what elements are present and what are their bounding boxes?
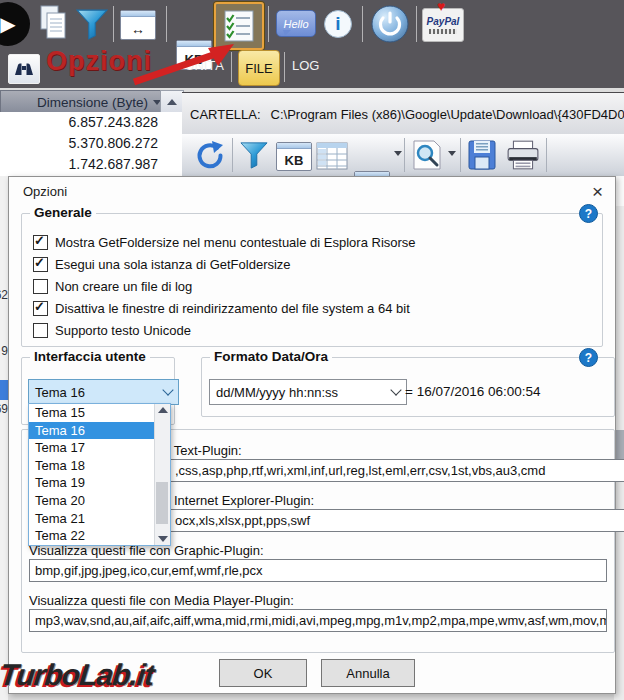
app-window: ▶ ↔ KB [0, 0, 624, 700]
search-button[interactable] [8, 54, 40, 84]
theme-selected-value: Tema 16 [35, 385, 85, 400]
paypal-label: PayPal [427, 16, 460, 27]
clipped-selected-row [0, 380, 8, 400]
cancel-button[interactable]: Annulla [321, 659, 415, 687]
filter-icon[interactable] [76, 8, 108, 40]
dropdown-option[interactable]: Tema 20 [29, 492, 170, 510]
checkbox-row[interactable]: Non creare un file di log [33, 277, 192, 295]
help-icon[interactable]: ? [579, 204, 598, 223]
group-formato-title: Formato Data/Ora [210, 349, 332, 364]
hello-bubble-icon[interactable]: Hello [276, 10, 316, 37]
toolbar-separator [362, 6, 363, 42]
toolbar-separator [404, 138, 405, 172]
dateformat-combobox[interactable]: dd/MM/yyyy hh:nn:ss [209, 379, 407, 405]
clipped-number: 69 [0, 402, 8, 416]
checkbox-label: Mostra GetFoldersize nel menu contestual… [55, 235, 416, 250]
group-generale-title: Generale [30, 205, 96, 220]
dropdown-caret-icon[interactable] [448, 151, 456, 160]
secondary-toolbar: KB ↔ [182, 134, 624, 176]
folder-label: CARTELLA: [190, 107, 261, 122]
refresh-icon[interactable] [194, 140, 224, 170]
annotation-arrow [128, 40, 234, 88]
theme-combobox[interactable]: Tema 16 [28, 379, 179, 405]
filter-icon[interactable] [240, 141, 268, 169]
checkbox[interactable] [33, 301, 48, 316]
dropdown-option[interactable]: Tema 17 [29, 439, 170, 457]
checkbox[interactable] [33, 235, 48, 250]
ok-button[interactable]: OK [219, 659, 307, 687]
size-value[interactable]: 6.857.243.828 [0, 112, 158, 133]
checkbox-label: Disattiva le finestre di reindirizzament… [55, 301, 410, 316]
background-left-sliver: 62 9 69 [0, 176, 8, 700]
theme-dropdown-list: Tema 15 Tema 16 Tema 17 Tema 18 Tema 19 … [28, 403, 171, 546]
width-icon-label: ↔ [131, 21, 145, 37]
toolbar-separator [268, 6, 269, 42]
clipped-number: 9 [1, 344, 8, 358]
checkbox-row[interactable]: Mostra GetFoldersize nel menu contestual… [33, 233, 416, 251]
scrollbar-up-button[interactable] [160, 90, 184, 114]
dropdown-option[interactable]: Tema 15 [29, 404, 170, 422]
checkbox-label: Supporto testo Unicode [55, 323, 191, 338]
tab-separator [284, 52, 285, 82]
column-header-dimensione[interactable]: Dimensione (Byte) [0, 90, 168, 114]
scroll-up-icon[interactable] [158, 402, 168, 413]
chevron-down-icon [390, 384, 401, 395]
close-icon[interactable]: × [592, 182, 603, 201]
checkbox-label: Non creare un file di log [55, 279, 192, 294]
checkbox-row[interactable]: Disattiva le finestre di reindirizzament… [33, 299, 410, 317]
toolbar-separator [232, 138, 233, 172]
kb-units-icon[interactable]: KB [276, 142, 312, 171]
scrollbar-thumb[interactable] [156, 482, 168, 524]
tab-file[interactable]: FILE [238, 50, 280, 86]
binoculars-icon [13, 62, 35, 77]
toolbar-separator [460, 138, 461, 172]
clipped-number: 62 [0, 288, 8, 302]
column-header-label: Dimensione (Byte) [37, 95, 148, 110]
paypal-barcode [429, 29, 457, 34]
dropdown-option[interactable]: Tema 21 [29, 510, 170, 528]
dropdown-option[interactable]: Tema 19 [29, 474, 170, 492]
plugin-field-input[interactable]: bmp,gif,jpg,jpeg,ico,cur,emf,wmf,rle,pcx [29, 559, 607, 582]
toolbar-separator [113, 6, 114, 42]
chevron-down-icon [162, 384, 173, 395]
checkbox-row[interactable]: Supporto testo Unicode [33, 321, 191, 339]
copy-icon[interactable] [38, 4, 68, 40]
checkbox[interactable] [33, 257, 48, 272]
scroll-down-icon[interactable] [158, 536, 168, 547]
dropdown-caret-icon[interactable] [394, 151, 402, 160]
dropdown-option[interactable]: Tema 18 [29, 457, 170, 475]
folder-path: C:\Program Files (x86)\Google\Update\Dow… [271, 107, 624, 122]
scan-start-icon[interactable]: ▶ [0, 2, 30, 46]
tab-file-label: FILE [245, 61, 272, 76]
turbolab-watermark: TurboLab.it [0, 658, 155, 692]
checkbox-row[interactable]: Esegui una sola istanza di GetFoldersize [33, 255, 291, 273]
hello-label: Hello [283, 18, 308, 30]
plugin-field-label: Visualizza questi file con Media Player-… [29, 593, 294, 608]
toolbar-separator [546, 138, 547, 172]
preview-search-icon[interactable] [412, 139, 442, 171]
info-icon[interactable]: i [324, 10, 352, 38]
print-icon[interactable] [506, 140, 540, 170]
heart-icon: ♥ [437, 0, 445, 12]
group-interfaccia-title: Interfaccia utente [30, 349, 150, 364]
plugin-field-input[interactable]: mp3,wav,snd,au,aif,aifc,aiff,wma,mid,rmi… [29, 609, 607, 632]
dropdown-option[interactable]: Tema 22 [29, 527, 170, 545]
dropdown-scrollbar[interactable] [154, 404, 170, 545]
toolbar-separator [166, 6, 167, 42]
save-icon[interactable] [468, 140, 496, 170]
dropdown-option-selected[interactable]: Tema 16 [29, 422, 170, 440]
columns-layout-icon[interactable] [315, 142, 349, 170]
checkbox-label: Esegui una sola istanza di GetFoldersize [55, 257, 291, 272]
main-toolbar: ▶ ↔ KB [0, 0, 624, 88]
power-exit-icon[interactable] [370, 4, 410, 44]
folder-path-bar: CARTELLA: C:\Program Files (x86)\Google\… [182, 92, 624, 136]
options-checklist-icon [224, 9, 254, 43]
help-icon[interactable]: ? [579, 348, 598, 367]
tab-log[interactable]: LOG [292, 58, 319, 73]
toolbar-separator [416, 6, 417, 42]
column-width-icon[interactable]: ↔ [120, 10, 156, 40]
size-value[interactable]: 5.370.806.272 [0, 133, 158, 154]
dateformat-value: dd/MM/yyyy hh:nn:ss [216, 385, 338, 400]
checkbox[interactable] [33, 323, 48, 338]
checkbox[interactable] [33, 279, 48, 294]
